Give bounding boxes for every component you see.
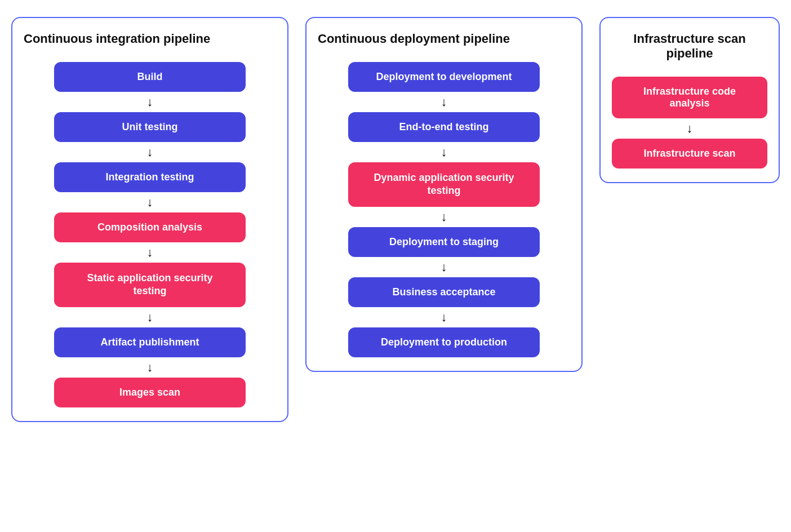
- cd-pipeline-step-1: End-to-end testing: [348, 112, 540, 142]
- ci-pipeline-arrow-2: ↓: [147, 192, 153, 212]
- ci-pipeline-step-5: Artifact publishment: [54, 327, 246, 357]
- ci-pipeline-arrow-0: ↓: [147, 92, 153, 112]
- cd-pipeline-arrow-1: ↓: [441, 142, 447, 162]
- ci-pipeline-step-1: Unit testing: [54, 112, 246, 142]
- page-container: Continuous integration pipelineBuild↓Uni…: [11, 17, 780, 422]
- infra-pipeline-step-1: Infrastructure scan: [612, 139, 767, 169]
- cd-pipeline-step-0: Deployment to development: [348, 62, 540, 92]
- ci-pipeline-arrow-1: ↓: [147, 142, 153, 162]
- ci-pipeline-step-4: Static application security testing: [54, 263, 246, 307]
- ci-pipeline-arrow-3: ↓: [147, 242, 153, 263]
- ci-pipeline-step-0: Build: [54, 62, 246, 92]
- cd-pipeline: Continuous deployment pipelineDeployment…: [305, 17, 583, 372]
- infra-pipeline-steps: Infrastructure code analysis↓Infrastruct…: [612, 77, 767, 169]
- ci-pipeline-steps: Build↓Unit testing↓Integration testing↓C…: [24, 62, 276, 407]
- cd-pipeline-arrow-2: ↓: [441, 207, 447, 227]
- ci-pipeline-title: Continuous integration pipeline: [24, 32, 210, 46]
- cd-pipeline-step-4: Business acceptance: [348, 277, 540, 307]
- cd-pipeline-step-3: Deployment to staging: [348, 227, 540, 257]
- cd-pipeline-arrow-4: ↓: [441, 307, 447, 327]
- ci-pipeline-step-3: Composition analysis: [54, 212, 246, 242]
- cd-pipeline-step-2: Dynamic application security testing: [348, 162, 540, 207]
- infra-pipeline-title: Infrastructure scan pipeline: [612, 32, 767, 61]
- cd-pipeline-step-5: Deployment to production: [348, 327, 540, 357]
- infra-pipeline: Infrastructure scan pipelineInfrastructu…: [599, 17, 780, 183]
- cd-pipeline-arrow-3: ↓: [441, 257, 447, 277]
- cd-pipeline-arrow-0: ↓: [441, 92, 447, 112]
- ci-pipeline-arrow-5: ↓: [147, 357, 153, 378]
- infra-pipeline-step-0: Infrastructure code analysis: [612, 77, 767, 118]
- cd-pipeline-title: Continuous deployment pipeline: [318, 32, 510, 46]
- ci-pipeline-arrow-4: ↓: [147, 307, 153, 327]
- ci-pipeline-step-6: Images scan: [54, 378, 246, 407]
- cd-pipeline-steps: Deployment to development↓End-to-end tes…: [318, 62, 570, 357]
- ci-pipeline: Continuous integration pipelineBuild↓Uni…: [11, 17, 288, 422]
- infra-pipeline-arrow-0: ↓: [687, 118, 693, 139]
- ci-pipeline-step-2: Integration testing: [54, 162, 246, 192]
